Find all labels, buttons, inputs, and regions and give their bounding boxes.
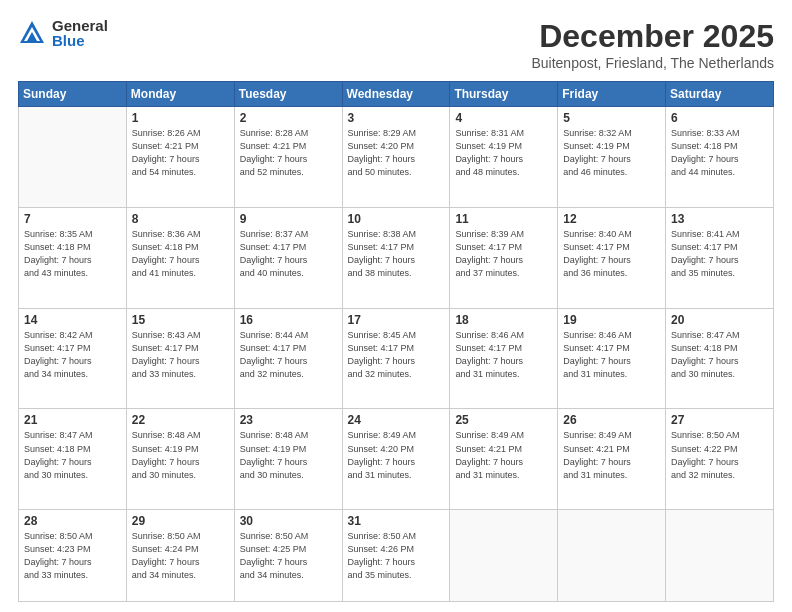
day-info: Sunrise: 8:39 AM Sunset: 4:17 PM Dayligh… <box>455 228 552 280</box>
day-number: 11 <box>455 212 552 226</box>
table-row: 28Sunrise: 8:50 AM Sunset: 4:23 PM Dayli… <box>19 510 127 602</box>
day-number: 31 <box>348 514 445 528</box>
day-number: 1 <box>132 111 229 125</box>
day-info: Sunrise: 8:46 AM Sunset: 4:17 PM Dayligh… <box>563 329 660 381</box>
header: General Blue December 2025 Buitenpost, F… <box>18 18 774 71</box>
table-row: 7Sunrise: 8:35 AM Sunset: 4:18 PM Daylig… <box>19 207 127 308</box>
calendar-week-row: 14Sunrise: 8:42 AM Sunset: 4:17 PM Dayli… <box>19 308 774 409</box>
day-info: Sunrise: 8:26 AM Sunset: 4:21 PM Dayligh… <box>132 127 229 179</box>
table-row: 19Sunrise: 8:46 AM Sunset: 4:17 PM Dayli… <box>558 308 666 409</box>
table-row: 13Sunrise: 8:41 AM Sunset: 4:17 PM Dayli… <box>666 207 774 308</box>
table-row: 4Sunrise: 8:31 AM Sunset: 4:19 PM Daylig… <box>450 107 558 208</box>
table-row: 25Sunrise: 8:49 AM Sunset: 4:21 PM Dayli… <box>450 409 558 510</box>
page: General Blue December 2025 Buitenpost, F… <box>0 0 792 612</box>
day-number: 2 <box>240 111 337 125</box>
day-info: Sunrise: 8:44 AM Sunset: 4:17 PM Dayligh… <box>240 329 337 381</box>
day-number: 16 <box>240 313 337 327</box>
day-number: 13 <box>671 212 768 226</box>
day-info: Sunrise: 8:50 AM Sunset: 4:23 PM Dayligh… <box>24 530 121 582</box>
day-number: 17 <box>348 313 445 327</box>
table-row: 17Sunrise: 8:45 AM Sunset: 4:17 PM Dayli… <box>342 308 450 409</box>
day-number: 21 <box>24 413 121 427</box>
calendar-table: Sunday Monday Tuesday Wednesday Thursday… <box>18 81 774 602</box>
day-number: 4 <box>455 111 552 125</box>
day-info: Sunrise: 8:29 AM Sunset: 4:20 PM Dayligh… <box>348 127 445 179</box>
day-number: 25 <box>455 413 552 427</box>
day-number: 10 <box>348 212 445 226</box>
day-info: Sunrise: 8:49 AM Sunset: 4:20 PM Dayligh… <box>348 429 445 481</box>
table-row: 24Sunrise: 8:49 AM Sunset: 4:20 PM Dayli… <box>342 409 450 510</box>
table-row: 22Sunrise: 8:48 AM Sunset: 4:19 PM Dayli… <box>126 409 234 510</box>
table-row: 6Sunrise: 8:33 AM Sunset: 4:18 PM Daylig… <box>666 107 774 208</box>
table-row: 27Sunrise: 8:50 AM Sunset: 4:22 PM Dayli… <box>666 409 774 510</box>
table-row: 10Sunrise: 8:38 AM Sunset: 4:17 PM Dayli… <box>342 207 450 308</box>
table-row <box>450 510 558 602</box>
header-saturday: Saturday <box>666 82 774 107</box>
day-info: Sunrise: 8:36 AM Sunset: 4:18 PM Dayligh… <box>132 228 229 280</box>
day-info: Sunrise: 8:50 AM Sunset: 4:25 PM Dayligh… <box>240 530 337 582</box>
header-tuesday: Tuesday <box>234 82 342 107</box>
table-row: 3Sunrise: 8:29 AM Sunset: 4:20 PM Daylig… <box>342 107 450 208</box>
day-info: Sunrise: 8:46 AM Sunset: 4:17 PM Dayligh… <box>455 329 552 381</box>
table-row: 23Sunrise: 8:48 AM Sunset: 4:19 PM Dayli… <box>234 409 342 510</box>
day-info: Sunrise: 8:38 AM Sunset: 4:17 PM Dayligh… <box>348 228 445 280</box>
table-row: 12Sunrise: 8:40 AM Sunset: 4:17 PM Dayli… <box>558 207 666 308</box>
header-thursday: Thursday <box>450 82 558 107</box>
day-number: 24 <box>348 413 445 427</box>
table-row: 2Sunrise: 8:28 AM Sunset: 4:21 PM Daylig… <box>234 107 342 208</box>
day-info: Sunrise: 8:42 AM Sunset: 4:17 PM Dayligh… <box>24 329 121 381</box>
day-number: 5 <box>563 111 660 125</box>
day-number: 3 <box>348 111 445 125</box>
table-row: 31Sunrise: 8:50 AM Sunset: 4:26 PM Dayli… <box>342 510 450 602</box>
calendar-week-row: 21Sunrise: 8:47 AM Sunset: 4:18 PM Dayli… <box>19 409 774 510</box>
weekday-header-row: Sunday Monday Tuesday Wednesday Thursday… <box>19 82 774 107</box>
table-row <box>558 510 666 602</box>
table-row: 5Sunrise: 8:32 AM Sunset: 4:19 PM Daylig… <box>558 107 666 208</box>
day-info: Sunrise: 8:48 AM Sunset: 4:19 PM Dayligh… <box>132 429 229 481</box>
day-number: 30 <box>240 514 337 528</box>
table-row: 14Sunrise: 8:42 AM Sunset: 4:17 PM Dayli… <box>19 308 127 409</box>
day-info: Sunrise: 8:50 AM Sunset: 4:22 PM Dayligh… <box>671 429 768 481</box>
day-info: Sunrise: 8:35 AM Sunset: 4:18 PM Dayligh… <box>24 228 121 280</box>
day-number: 27 <box>671 413 768 427</box>
day-info: Sunrise: 8:47 AM Sunset: 4:18 PM Dayligh… <box>24 429 121 481</box>
day-number: 8 <box>132 212 229 226</box>
table-row: 26Sunrise: 8:49 AM Sunset: 4:21 PM Dayli… <box>558 409 666 510</box>
calendar-title: December 2025 <box>531 18 774 55</box>
day-info: Sunrise: 8:31 AM Sunset: 4:19 PM Dayligh… <box>455 127 552 179</box>
day-info: Sunrise: 8:40 AM Sunset: 4:17 PM Dayligh… <box>563 228 660 280</box>
table-row: 29Sunrise: 8:50 AM Sunset: 4:24 PM Dayli… <box>126 510 234 602</box>
day-info: Sunrise: 8:49 AM Sunset: 4:21 PM Dayligh… <box>455 429 552 481</box>
table-row: 21Sunrise: 8:47 AM Sunset: 4:18 PM Dayli… <box>19 409 127 510</box>
day-info: Sunrise: 8:50 AM Sunset: 4:26 PM Dayligh… <box>348 530 445 582</box>
day-number: 18 <box>455 313 552 327</box>
header-friday: Friday <box>558 82 666 107</box>
header-monday: Monday <box>126 82 234 107</box>
day-number: 19 <box>563 313 660 327</box>
calendar-week-row: 1Sunrise: 8:26 AM Sunset: 4:21 PM Daylig… <box>19 107 774 208</box>
table-row: 11Sunrise: 8:39 AM Sunset: 4:17 PM Dayli… <box>450 207 558 308</box>
logo-general-text: General <box>52 18 108 33</box>
table-row: 18Sunrise: 8:46 AM Sunset: 4:17 PM Dayli… <box>450 308 558 409</box>
logo-blue-text: Blue <box>52 33 108 48</box>
header-wednesday: Wednesday <box>342 82 450 107</box>
calendar-week-row: 28Sunrise: 8:50 AM Sunset: 4:23 PM Dayli… <box>19 510 774 602</box>
logo-icon <box>18 19 46 47</box>
table-row <box>19 107 127 208</box>
day-number: 23 <box>240 413 337 427</box>
day-number: 9 <box>240 212 337 226</box>
day-number: 26 <box>563 413 660 427</box>
table-row <box>666 510 774 602</box>
table-row: 9Sunrise: 8:37 AM Sunset: 4:17 PM Daylig… <box>234 207 342 308</box>
day-number: 12 <box>563 212 660 226</box>
day-number: 15 <box>132 313 229 327</box>
day-number: 20 <box>671 313 768 327</box>
table-row: 20Sunrise: 8:47 AM Sunset: 4:18 PM Dayli… <box>666 308 774 409</box>
day-number: 28 <box>24 514 121 528</box>
logo: General Blue <box>18 18 108 48</box>
day-info: Sunrise: 8:28 AM Sunset: 4:21 PM Dayligh… <box>240 127 337 179</box>
day-number: 14 <box>24 313 121 327</box>
table-row: 8Sunrise: 8:36 AM Sunset: 4:18 PM Daylig… <box>126 207 234 308</box>
day-info: Sunrise: 8:41 AM Sunset: 4:17 PM Dayligh… <box>671 228 768 280</box>
calendar-body: 1Sunrise: 8:26 AM Sunset: 4:21 PM Daylig… <box>19 107 774 602</box>
